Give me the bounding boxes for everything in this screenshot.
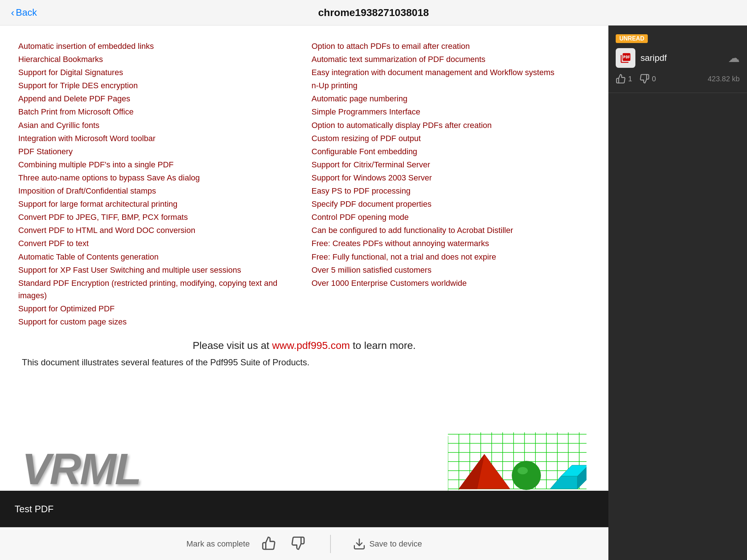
card-header: saripdf ☁ — [616, 48, 740, 68]
save-device-label: Save to device — [369, 539, 422, 549]
card-filesize: 423.82 kb — [708, 75, 740, 83]
list-item: Support for large format architectural p… — [18, 198, 297, 210]
list-item: Configurable Font embedding — [311, 145, 590, 158]
back-button[interactable]: ‹ Back — [11, 7, 37, 19]
list-item: Standard PDF Encryption (restricted prin… — [18, 277, 297, 302]
list-item: Asian and Cyrillic fonts — [18, 119, 297, 132]
save-to-device-button[interactable]: Save to device — [353, 537, 422, 551]
back-label: Back — [16, 7, 37, 18]
thumbs-up-button[interactable] — [259, 533, 279, 555]
list-item: Automatic Table of Contents generation — [18, 251, 297, 263]
pdf-file-title: Test PDF — [15, 503, 54, 515]
vrml-text-graphic: VRML — [22, 447, 140, 491]
list-item: Automatic text summarization of PDF docu… — [311, 53, 590, 66]
card-left: saripdf — [616, 48, 667, 68]
left-feature-list: Automatic insertion of embedded linksHie… — [18, 40, 297, 328]
unread-badge: UNREAD — [616, 34, 648, 43]
list-item: Support for Windows 2003 Server — [311, 172, 590, 184]
shapes-graphic — [441, 432, 587, 491]
list-item: Support for Citrix/Terminal Server — [311, 159, 590, 171]
chevron-left-icon: ‹ — [11, 7, 14, 19]
list-item: Easy integration with document managemen… — [311, 66, 590, 79]
vote-up-count: 1 — [628, 75, 632, 83]
list-item: Batch Print from Microsoft Office — [18, 106, 297, 118]
list-item: Support for Optimized PDF — [18, 303, 297, 315]
list-item: Over 1000 Enterprise Customers worldwide — [311, 277, 590, 289]
thumbs-up-count: 1 — [616, 74, 632, 84]
main-container: Automatic insertion of embedded linksHie… — [0, 26, 747, 560]
list-item: Easy PS to PDF processing — [311, 185, 590, 197]
list-item: Support for XP Fast User Switching and m… — [18, 264, 297, 276]
thumbs-down-count: 0 — [639, 74, 656, 84]
list-item: Imposition of Draft/Confidential stamps — [18, 185, 297, 197]
left-column: Automatic insertion of embedded linksHie… — [18, 40, 297, 329]
vote-down-count: 0 — [652, 75, 656, 83]
document-desc: This document illustrates several featur… — [22, 357, 590, 368]
svg-point-22 — [512, 461, 541, 490]
list-item: Can be configured to add functionality t… — [311, 224, 590, 237]
pdf-file-icon — [616, 48, 635, 68]
list-item: Option to attach PDFs to email after cre… — [311, 40, 590, 52]
pdf-content: Automatic insertion of embedded linksHie… — [0, 26, 608, 425]
mark-complete-label: Mark as complete — [186, 539, 250, 549]
pdf-bottom-bar: Test PDF — [0, 491, 608, 527]
list-item: Convert PDF to HTML and Word DOC convers… — [18, 224, 297, 237]
list-item: Specify PDF document properties — [311, 198, 590, 210]
list-item: Free: Creates PDFs without annoying wate… — [311, 237, 590, 250]
list-item: Simple Programmers Interface — [311, 106, 590, 118]
list-item: Combining multiple PDF's into a single P… — [18, 159, 297, 171]
list-item: Three auto-name options to bypass Save A… — [18, 172, 297, 184]
list-item: Hierarchical Bookmarks — [18, 53, 297, 66]
list-item: Support for Triple DES encryption — [18, 79, 297, 92]
shapes-svg — [448, 432, 587, 491]
card-stats: 1 0 423.82 kb — [616, 74, 740, 84]
pdf-area: Automatic insertion of embedded linksHie… — [0, 26, 608, 560]
list-item: Option to automatically display PDFs aft… — [311, 119, 590, 132]
list-item: Convert PDF to JPEG, TIFF, BMP, PCX form… — [18, 211, 297, 223]
sidebar-card: UNREAD saripdf ☁ — [608, 26, 747, 93]
svg-point-23 — [518, 467, 528, 474]
sidebar: UNREAD saripdf ☁ — [608, 26, 747, 560]
pdf-bottom-graphic: VRML — [0, 425, 608, 491]
list-item: Automatic page numbering — [311, 93, 590, 105]
action-bar: Mark as complete — [0, 527, 608, 560]
thumbs-down-button[interactable] — [288, 533, 308, 555]
list-item: Convert PDF to text — [18, 237, 297, 250]
list-item: Support for Digital Signatures — [18, 66, 297, 79]
list-item: Support for custom page sizes — [18, 316, 297, 328]
action-bar-left: Mark as complete — [186, 533, 308, 555]
card-votes: 1 0 — [616, 74, 656, 84]
right-feature-list: Option to attach PDFs to email after cre… — [311, 40, 590, 289]
visit-section: Please visit us at www.pdf995.com to lea… — [18, 340, 590, 351]
list-item: Control PDF opening mode — [311, 211, 590, 223]
features-two-col: Automatic insertion of embedded linksHie… — [18, 40, 590, 329]
list-item: Automatic insertion of embedded links — [18, 40, 297, 52]
visit-text-before: Please visit us at — [193, 340, 272, 351]
page-title: chrome1938271038018 — [318, 7, 429, 19]
list-item: Free: Fully functional, not a trial and … — [311, 251, 590, 263]
visit-text-after: to learn more. — [350, 340, 416, 351]
cloud-icon: ☁ — [728, 51, 740, 65]
list-item: Append and Delete PDF Pages — [18, 93, 297, 105]
list-item: Integration with Microsoft Word toolbar — [18, 132, 297, 145]
right-column: Option to attach PDFs to email after cre… — [311, 40, 590, 329]
top-bar: ‹ Back chrome1938271038018 — [0, 0, 747, 26]
action-bar-divider — [330, 535, 331, 553]
visit-link[interactable]: www.pdf995.com — [272, 340, 350, 351]
list-item: Custom resizing of PDF output — [311, 132, 590, 145]
list-item: n-Up printing — [311, 79, 590, 92]
card-filename: saripdf — [640, 53, 667, 63]
svg-marker-24 — [550, 476, 577, 489]
list-item: PDF Stationery — [18, 145, 297, 158]
list-item: Over 5 million satisfied customers — [311, 264, 590, 276]
